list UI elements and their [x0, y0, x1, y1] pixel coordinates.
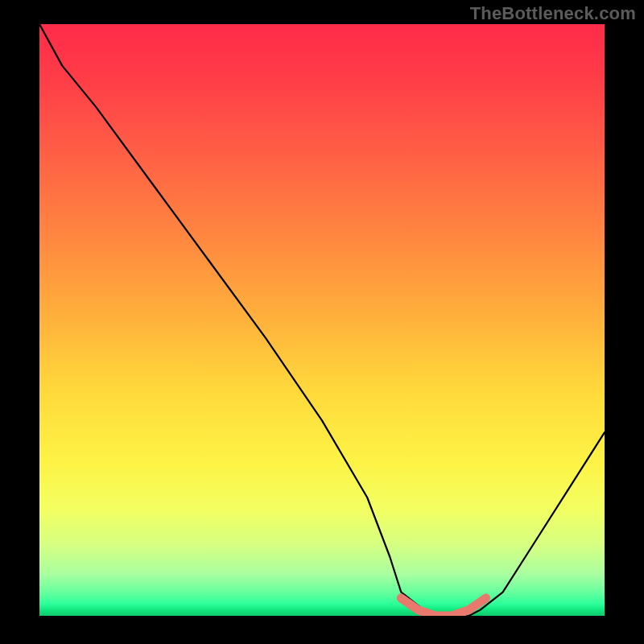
bottleneck-curve: [39, 24, 605, 616]
watermark-text: TheBottleneck.com: [470, 3, 636, 24]
plot-area: [39, 24, 605, 616]
curve-layer: [39, 24, 605, 616]
chart-frame: TheBottleneck.com: [0, 0, 644, 644]
